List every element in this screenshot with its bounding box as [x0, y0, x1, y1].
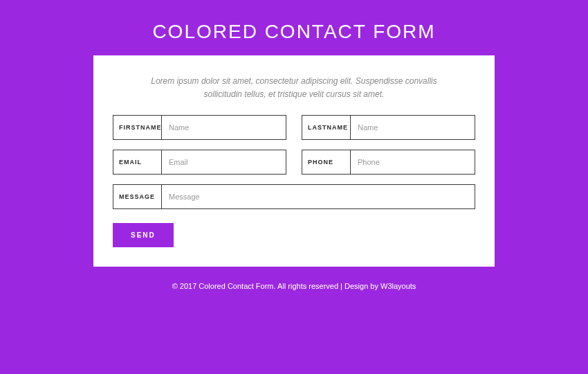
email-field-group: EMAIL: [113, 150, 286, 175]
footer-copyright: © 2017 Colored Contact Form. All rights …: [172, 282, 380, 290]
message-input[interactable]: [162, 185, 475, 208]
phone-label: PHONE: [302, 150, 351, 174]
footer-link[interactable]: W3layouts: [380, 282, 416, 290]
intro-line1: Lorem ipsum dolor sit amet, consectetur …: [151, 76, 437, 86]
firstname-input[interactable]: [162, 116, 286, 139]
phone-input[interactable]: [351, 150, 475, 174]
lastname-field-group: LASTNAME: [302, 115, 475, 140]
phone-field-group: PHONE: [302, 150, 475, 175]
firstname-label: FIRSTNAME: [113, 116, 162, 139]
intro-text: Lorem ipsum dolor sit amet, consectetur …: [113, 75, 475, 115]
lastname-label: LASTNAME: [302, 116, 351, 139]
form-card: Lorem ipsum dolor sit amet, consectetur …: [93, 55, 495, 267]
email-input[interactable]: [162, 150, 286, 174]
message-field-group: MESSAGE: [113, 184, 475, 209]
message-label: MESSAGE: [113, 185, 162, 208]
lastname-input[interactable]: [351, 116, 475, 139]
intro-line2: sollicitudin tellus, et tristique velit …: [204, 89, 385, 99]
firstname-field-group: FIRSTNAME: [113, 115, 286, 140]
send-button[interactable]: SEND: [113, 223, 174, 247]
email-label: EMAIL: [113, 150, 162, 174]
page-title: COLORED CONTACT FORM: [0, 0, 588, 55]
footer: © 2017 Colored Contact Form. All rights …: [0, 282, 588, 290]
